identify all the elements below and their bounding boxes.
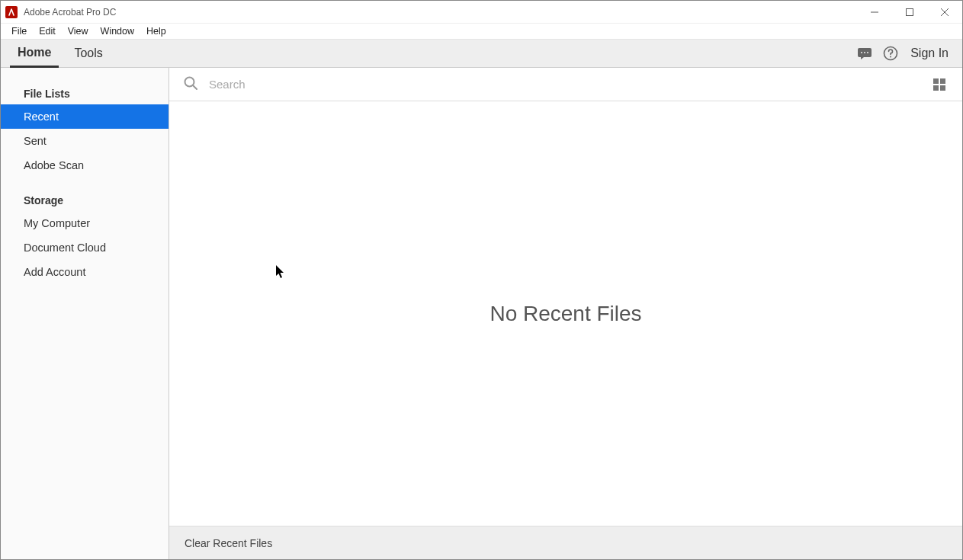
search-icon [183,75,198,94]
footer-bar: Clear Recent Files [169,526,962,559]
cursor-icon [276,265,285,282]
tab-tools[interactable]: Tools [66,40,110,67]
help-icon[interactable] [881,44,900,62]
sidebar-item-my-computer[interactable]: My Computer [1,211,169,235]
svg-point-7 [864,52,865,53]
sidebar-item-recent[interactable]: Recent [1,104,169,129]
menu-window[interactable]: Window [95,24,140,40]
svg-rect-15 [933,85,939,91]
clear-recent-files-link[interactable]: Clear Recent Files [185,537,272,549]
tab-home[interactable]: Home [10,40,59,68]
sidebar-item-add-account[interactable]: Add Account [1,260,169,284]
minimize-button[interactable] [857,1,892,23]
window-controls [857,1,962,23]
svg-line-12 [194,85,197,89]
acrobat-icon [5,6,18,18]
search-input[interactable] [209,78,930,91]
view-tabs-bar: Home Tools Sign In [1,40,962,68]
svg-rect-13 [933,78,939,84]
svg-point-11 [185,77,194,86]
sidebar-header-storage: Storage [1,194,169,211]
sign-in-button[interactable]: Sign In [907,46,952,60]
close-button[interactable] [927,1,962,23]
title-bar: Adobe Acrobat Pro DC [1,1,962,24]
search-bar [169,68,962,101]
svg-point-8 [867,52,868,53]
svg-point-6 [861,52,862,53]
menu-help[interactable]: Help [140,24,172,40]
menu-view[interactable]: View [62,24,95,40]
content-area: No Recent Files [169,101,962,526]
window-title: Adobe Acrobat Pro DC [24,7,857,18]
sidebar-item-sent[interactable]: Sent [1,129,169,153]
sidebar-item-document-cloud[interactable]: Document Cloud [1,235,169,260]
main-panel: No Recent Files Clear Recent Files [169,68,962,559]
view-thumbnails-icon[interactable] [930,75,949,94]
empty-state-message: No Recent Files [490,302,641,326]
menu-bar: File Edit View Window Help [1,24,962,40]
svg-rect-0 [5,6,18,18]
maximize-button[interactable] [892,1,927,23]
menu-edit[interactable]: Edit [33,24,62,40]
sidebar: File Lists Recent Sent Adobe Scan Storag… [1,68,169,559]
menu-file[interactable]: File [5,24,33,40]
svg-point-10 [890,56,891,58]
notifications-icon[interactable] [855,44,874,62]
svg-rect-14 [940,78,945,84]
sidebar-header-file-lists: File Lists [1,88,169,104]
svg-rect-16 [940,85,945,91]
svg-rect-2 [907,8,913,15]
sidebar-item-adobe-scan[interactable]: Adobe Scan [1,153,169,178]
